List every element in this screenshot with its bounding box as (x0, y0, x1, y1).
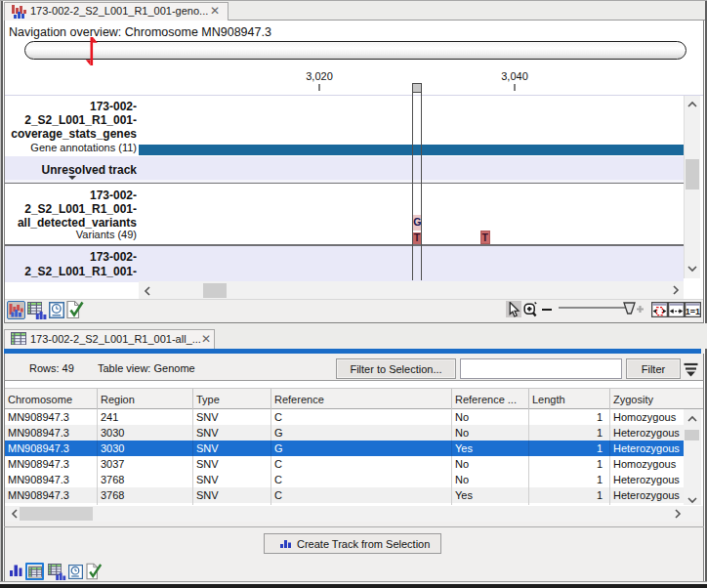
svg-text:1=1: 1=1 (686, 307, 700, 316)
